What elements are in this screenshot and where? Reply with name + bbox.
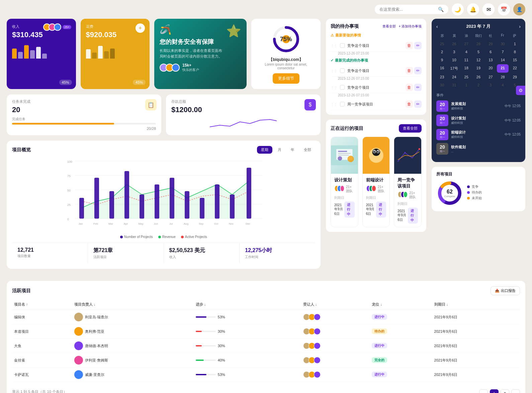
cal-day-11[interactable]: 6 xyxy=(485,48,496,56)
tab-week[interactable]: 星期 xyxy=(257,146,272,154)
todo-checkbox-2[interactable] xyxy=(340,68,345,73)
cal-day-0[interactable]: 25 xyxy=(436,40,448,48)
cal-day-12[interactable]: 7 xyxy=(497,48,508,56)
cal-day-2[interactable]: 27 xyxy=(461,40,472,48)
page-1[interactable]: 1 xyxy=(490,389,499,393)
cal-day-21[interactable]: 16 xyxy=(436,64,448,73)
svg-rect-41 xyxy=(338,151,347,152)
chart-title: 项目概览 xyxy=(12,147,31,153)
cal-day-9[interactable]: 4 xyxy=(461,48,472,56)
cal-day-4[interactable]: 29 xyxy=(485,40,496,48)
cal-day-17[interactable]: 12 xyxy=(473,56,484,64)
bar-3 xyxy=(24,45,29,59)
cal-day-20[interactable]: 15 xyxy=(509,56,521,64)
view-all-button[interactable]: 查看全部 xyxy=(399,124,422,133)
cal-day-25[interactable]: 20 xyxy=(485,64,496,73)
cal-day-19[interactable]: 14 xyxy=(497,56,508,64)
drag-handle-2[interactable]: ⋮⋮ xyxy=(331,69,337,73)
drag-handle-4[interactable]: ⋮⋮ xyxy=(331,102,337,106)
event-info-3: 前端设计 威特科技 xyxy=(451,130,502,139)
calendar-button[interactable]: 📅 xyxy=(498,3,510,15)
cal-day-22[interactable]: 17号 xyxy=(448,64,460,73)
calendar-days: 2526272829301234567891011121314151617号18… xyxy=(436,40,521,89)
todo-edit-4[interactable]: ✏ xyxy=(414,100,422,108)
cal-day-34[interactable]: 29 xyxy=(509,73,521,81)
cal-day-15[interactable]: 10 xyxy=(448,56,460,64)
cal-day-31[interactable]: 26 xyxy=(473,73,484,81)
bar-e5 xyxy=(110,49,115,59)
circle-label: 【biqubiqu.com】 xyxy=(269,57,303,63)
event-title-2: 设计策划 xyxy=(451,116,502,121)
drag-handle-3[interactable]: ⋮⋮ xyxy=(331,86,337,89)
search-box[interactable]: 🔍 xyxy=(375,5,448,14)
cal-day-40[interactable]: 4 xyxy=(497,81,508,89)
cal-day-6[interactable]: 1 xyxy=(509,40,521,48)
col-name: 项目名 ↑ xyxy=(12,299,72,310)
cal-day-37[interactable]: 1 xyxy=(461,81,472,89)
todo-delete-2[interactable]: 🗑 xyxy=(406,67,413,74)
cal-day-16[interactable]: 11 xyxy=(461,56,472,64)
todo-checkbox-3[interactable] xyxy=(340,85,345,90)
project-status-design: 进行中 xyxy=(344,202,354,218)
todo-checkbox-1[interactable] xyxy=(340,43,345,48)
completed-group-title: ✓ 最新完成的待办事项 xyxy=(331,58,422,63)
tab-all[interactable]: 全部 xyxy=(300,146,315,154)
view-all-todos[interactable]: 查看全部 xyxy=(382,24,396,29)
cal-day-33[interactable]: 28 xyxy=(497,73,508,81)
more-details-button[interactable]: 更多细节 xyxy=(273,73,299,84)
todo-text-1: 竞争这个项目 xyxy=(347,43,403,48)
todo-checkbox-4[interactable] xyxy=(340,102,345,106)
cal-day-5[interactable]: 30 xyxy=(497,40,508,48)
tab-year[interactable]: 年 xyxy=(287,146,298,154)
mail-button[interactable]: ✉ xyxy=(482,3,495,15)
calendar-next[interactable]: › xyxy=(519,24,521,29)
cal-day-10[interactable]: 5 xyxy=(473,48,484,56)
notifications-button[interactable]: 🔔 xyxy=(467,3,479,15)
svg-text:Nov: Nov xyxy=(229,222,234,225)
drag-handle-1[interactable]: ⋮⋮ xyxy=(331,44,337,48)
settings-fab[interactable]: ⚙ xyxy=(516,86,525,95)
calendar-prev[interactable]: ‹ xyxy=(436,24,438,29)
cell-date-1: 2021年9月6日 xyxy=(432,324,520,339)
todo-delete-4[interactable]: 🗑 xyxy=(406,100,413,108)
next-page[interactable]: › xyxy=(511,389,520,393)
user-avatar[interactable]: 👤 xyxy=(513,3,525,15)
cal-day-30[interactable]: 25 xyxy=(461,73,472,81)
todo-edit-1[interactable]: ✏ xyxy=(414,42,422,49)
cal-day-18[interactable]: 13 xyxy=(485,56,496,64)
cal-day-14[interactable]: 9 xyxy=(436,56,448,64)
todo-delete-3[interactable]: 🗑 xyxy=(406,84,413,91)
add-todo-button[interactable]: + 添加待办事项 xyxy=(398,24,422,29)
todo-edit-3[interactable]: ✏ xyxy=(414,84,422,91)
cal-day-36[interactable]: 31 xyxy=(448,81,460,89)
todo-delete-1[interactable]: 🗑 xyxy=(406,42,413,49)
compete-illustration xyxy=(394,137,421,174)
todo-edit-2[interactable]: ✏ xyxy=(414,67,422,74)
moon-toggle[interactable]: 🌙 xyxy=(452,3,464,15)
cal-day-26[interactable]: 21 xyxy=(497,64,508,73)
cal-day-24[interactable]: 19 xyxy=(473,64,484,73)
export-button[interactable]: 📤 出口报告 xyxy=(491,286,520,295)
tab-month[interactable]: 月 xyxy=(274,146,285,154)
calendar-title: 2023 年 7 月 xyxy=(466,23,491,29)
cal-day-32[interactable]: 27 xyxy=(485,73,496,81)
prev-page[interactable]: ‹ xyxy=(479,389,488,393)
cal-day-27[interactable]: 22 xyxy=(509,64,521,73)
cal-day-3[interactable]: 28 xyxy=(473,40,484,48)
cal-day-7[interactable]: 2 xyxy=(436,48,448,56)
event-day-label-2: 周一 xyxy=(438,122,447,125)
page-2[interactable]: 2 xyxy=(501,389,509,393)
cal-day-8[interactable]: 3 xyxy=(448,48,460,56)
cal-day-23[interactable]: 18 xyxy=(461,64,472,73)
stat-hours: 12,275小时 工作时间 xyxy=(240,243,315,263)
cal-day-35[interactable]: 30 xyxy=(436,81,448,89)
cal-day-28[interactable]: 23 xyxy=(436,73,448,81)
todo-header-actions: 查看全部 + 添加待办事项 xyxy=(382,24,422,29)
cal-day-13[interactable]: 8 xyxy=(509,48,521,56)
cell-status-2: 进行中 xyxy=(370,339,432,353)
cal-day-39[interactable]: 3 xyxy=(485,81,496,89)
cal-day-1[interactable]: 26 xyxy=(448,40,460,48)
search-input[interactable] xyxy=(379,7,435,12)
cal-day-29[interactable]: 24 xyxy=(448,73,460,81)
cal-day-38[interactable]: 2 xyxy=(473,81,484,89)
